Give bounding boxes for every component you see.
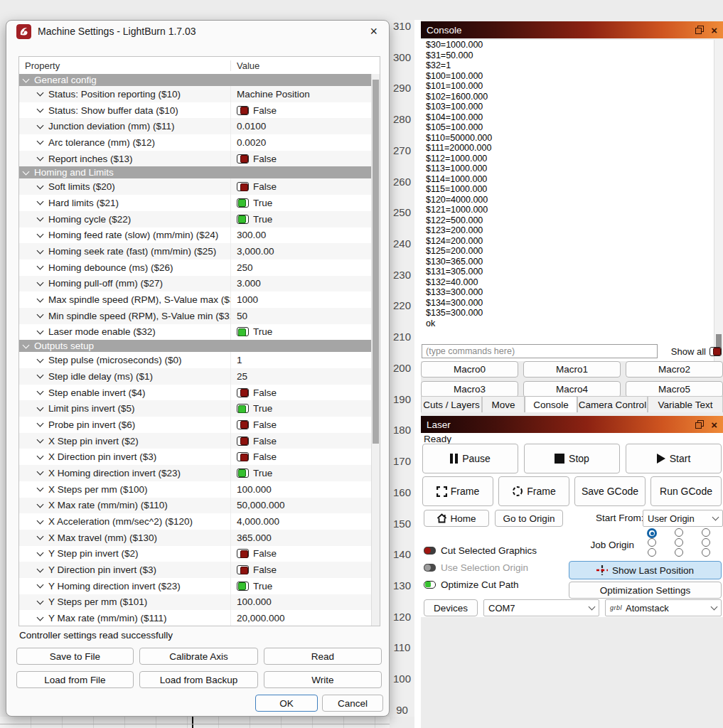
table-row[interactable]: Status: Position reporting ($10) Machine… <box>19 86 372 102</box>
table-scrollbar[interactable] <box>371 74 380 626</box>
table-row[interactable]: X Direction pin invert ($3) False <box>19 449 372 465</box>
chevron-down-icon[interactable] <box>37 230 44 237</box>
table-row[interactable]: Soft limits ($20) False <box>19 178 372 195</box>
value-cell[interactable]: 20,000.000 <box>231 613 285 623</box>
chevron-down-icon[interactable] <box>37 469 44 476</box>
table-row[interactable]: X Homing direction invert ($23) True <box>19 465 372 481</box>
chevron-down-icon[interactable] <box>37 517 44 524</box>
panel-tab[interactable]: Variable Text <box>648 396 723 412</box>
table-row[interactable]: Y Step pin invert ($2) False <box>19 546 372 562</box>
chevron-down-icon[interactable] <box>37 247 44 254</box>
run-gcode-button[interactable]: Run GCode <box>650 476 722 506</box>
chevron-down-icon[interactable] <box>37 404 44 411</box>
macro-button[interactable]: Macro3 <box>421 381 518 397</box>
toggle-icon[interactable] <box>237 154 249 164</box>
value-cell[interactable]: True <box>231 581 272 592</box>
table-row[interactable]: X Steps per mm ($100) 100.000 <box>19 481 372 498</box>
value-cell[interactable]: 1 <box>231 355 242 365</box>
toggle-row[interactable]: Use Selection Origin <box>424 562 537 572</box>
toggle-icon[interactable] <box>237 327 249 336</box>
value-cell[interactable]: True <box>231 403 272 414</box>
table-row[interactable]: Status: Show buffer data ($10) False <box>19 102 372 119</box>
macro-button[interactable]: Macro0 <box>421 361 518 378</box>
toggle-icon[interactable] <box>237 404 249 413</box>
scrollbar-thumb[interactable] <box>373 80 379 444</box>
cancel-button[interactable]: Cancel <box>322 695 383 712</box>
value-cell[interactable]: 300.00 <box>231 230 266 240</box>
job-origin-radio[interactable] <box>702 548 710 557</box>
close-icon[interactable]: × <box>711 419 717 430</box>
value-cell[interactable]: True <box>231 198 272 208</box>
ok-button[interactable]: OK <box>255 695 318 712</box>
chevron-down-icon[interactable] <box>37 279 44 286</box>
chevron-down-icon[interactable] <box>23 168 30 175</box>
chevron-down-icon[interactable] <box>37 215 44 222</box>
float-panel-icon[interactable] <box>695 420 704 429</box>
go-to-origin-button[interactable]: Go to Origin <box>495 510 563 527</box>
value-cell[interactable]: False <box>231 419 277 430</box>
toggle-icon[interactable] <box>237 452 249 461</box>
value-cell[interactable]: False <box>231 154 277 164</box>
command-input[interactable] <box>422 344 658 358</box>
job-origin-radio[interactable] <box>702 528 710 537</box>
macro-button[interactable]: Macro4 <box>523 381 621 397</box>
dialog-titlebar[interactable]: Machine Settings - LightBurn 1.7.03 × <box>6 21 389 42</box>
toggle-icon[interactable] <box>237 106 249 115</box>
laser-panel-header[interactable]: Laser × <box>421 416 723 433</box>
table-row[interactable]: X Max travel (mm) ($130) 365.000 <box>19 530 372 546</box>
table-row[interactable]: Homing feed rate (slow) (mm/min) ($24) 3… <box>19 228 372 244</box>
value-cell[interactable]: 50,000.000 <box>231 500 285 510</box>
value-cell[interactable]: 0.0020 <box>231 137 266 148</box>
value-cell[interactable]: False <box>231 436 277 446</box>
value-cell[interactable]: Machine Position <box>231 89 310 100</box>
frame-circle-button[interactable]: Frame <box>498 476 569 506</box>
table-row[interactable]: X Acceleration (mm/sec^2) ($120) 4,000.0… <box>19 513 372 530</box>
console-scrollbar[interactable] <box>714 40 723 361</box>
toggle-icon[interactable] <box>424 547 436 555</box>
job-origin-radio[interactable] <box>675 538 683 547</box>
table-row[interactable]: Y Direction pin invert ($3) False <box>19 562 372 578</box>
toggle-icon[interactable] <box>237 549 249 558</box>
table-row[interactable]: Homing and Limits <box>19 166 372 178</box>
chevron-down-icon[interactable] <box>37 565 44 572</box>
table-row[interactable]: X Step pin invert ($2) False <box>19 433 372 449</box>
table-row[interactable]: Homing seek rate (fast) (mm/min) ($25) 3… <box>19 243 372 259</box>
table-row[interactable]: Step idle delay (ms) ($1) 25 <box>19 368 372 385</box>
chevron-down-icon[interactable] <box>37 154 44 161</box>
toggle-icon[interactable] <box>237 565 249 574</box>
table-row[interactable]: Homing cycle ($22) True <box>19 211 372 228</box>
chevron-down-icon[interactable] <box>37 500 44 508</box>
toggle-icon[interactable] <box>237 215 249 224</box>
job-origin-radio[interactable] <box>648 538 656 547</box>
chevron-down-icon[interactable] <box>37 182 44 189</box>
chevron-down-icon[interactable] <box>37 598 44 605</box>
chevron-down-icon[interactable] <box>37 533 44 540</box>
value-cell[interactable]: 0.0100 <box>231 121 266 132</box>
macro-button[interactable]: Macro1 <box>523 361 621 378</box>
table-row[interactable]: Step pulse (microseconds) ($0) 1 <box>19 352 372 368</box>
value-cell[interactable]: 100.000 <box>231 596 272 607</box>
chevron-down-icon[interactable] <box>37 122 44 129</box>
close-icon[interactable]: × <box>711 25 717 36</box>
stop-button[interactable]: Stop <box>524 444 620 473</box>
write-button[interactable]: Write <box>264 671 382 688</box>
float-panel-icon[interactable] <box>695 26 704 34</box>
table-row[interactable]: Step enable invert ($4) False <box>19 385 372 401</box>
save-gcode-button[interactable]: Save GCode <box>574 476 646 506</box>
table-row[interactable]: Outputs setup <box>19 340 372 352</box>
optimization-settings-button[interactable]: Optimization Settings <box>569 582 722 599</box>
table-row[interactable]: Arc tolerance (mm) ($12) 0.0020 <box>19 134 372 151</box>
panel-tab[interactable]: Camera Control <box>577 396 648 412</box>
start-button[interactable]: Start <box>626 444 722 473</box>
toggle-icon[interactable] <box>424 564 436 572</box>
value-cell[interactable]: 365.000 <box>231 532 272 543</box>
chevron-down-icon[interactable] <box>37 295 44 302</box>
job-origin-radio[interactable] <box>648 548 656 557</box>
toggle-icon[interactable] <box>237 182 249 191</box>
value-cell[interactable]: False <box>231 564 277 575</box>
chevron-down-icon[interactable] <box>37 614 44 621</box>
toggle-row[interactable]: Optimize Cut Path <box>424 579 537 589</box>
frame-square-button[interactable]: Frame <box>422 476 493 506</box>
chevron-down-icon[interactable] <box>37 263 44 270</box>
toggle-icon[interactable] <box>237 388 249 397</box>
